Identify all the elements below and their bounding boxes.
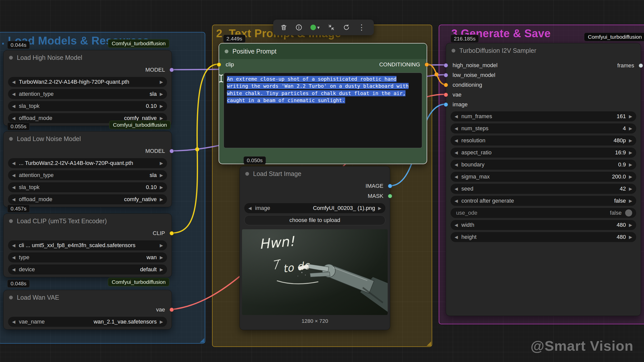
prev-arrow-icon[interactable]: ◀: [12, 173, 15, 178]
next-arrow-icon[interactable]: ▶: [629, 114, 632, 119]
widget-model-file[interactable]: ◀ ... TurboWan2.2-I2V-A14B-low-720P-quan…: [8, 158, 167, 168]
conditioning-input-port[interactable]: [444, 83, 448, 87]
next-arrow-icon[interactable]: ▶: [629, 235, 632, 240]
prev-arrow-icon[interactable]: ◀: [12, 161, 15, 166]
next-arrow-icon[interactable]: ▶: [629, 222, 632, 228]
info-icon[interactable]: [295, 24, 302, 31]
widget-offload-mode[interactable]: ◀ offload_mode comfy_native ▶: [8, 194, 167, 204]
widget-attention-type[interactable]: ◀ attention_type sla ▶: [8, 170, 167, 180]
node-graph-canvas[interactable]: . Load Models & Resources 2. Text Prompt…: [0, 0, 644, 362]
widget-control-after-generate[interactable]: ◀ control after generate false ▶: [451, 196, 636, 206]
image-input-port[interactable]: [444, 102, 448, 107]
next-arrow-icon[interactable]: ▶: [629, 162, 632, 167]
node-load-high-noise-model[interactable]: Load High Noise Model MODEL ◀ TurboWan2.…: [3, 50, 172, 126]
prev-arrow-icon[interactable]: ◀: [455, 150, 458, 155]
widget-num-frames[interactable]: ◀ num_frames 161 ▶: [451, 111, 636, 121]
next-arrow-icon[interactable]: ▶: [629, 126, 632, 131]
widget-sla-topk[interactable]: ◀ sla_topk 0.10 ▶: [8, 182, 167, 192]
widget-width[interactable]: ◀ width 480 ▶: [451, 220, 636, 230]
status-dot[interactable]: ▾: [310, 25, 320, 30]
prev-arrow-icon[interactable]: ◀: [12, 319, 15, 325]
node-load-clip[interactable]: Load CLIP (umT5 Text Encoder) CLIP ◀ cli…: [3, 213, 172, 277]
collapse-dot-icon[interactable]: [9, 296, 13, 299]
vae-input-port[interactable]: [444, 93, 448, 97]
widget-sla-topk[interactable]: ◀ sla_topk 0.10 ▶: [8, 101, 167, 111]
trash-icon[interactable]: [280, 24, 287, 31]
prev-arrow-icon[interactable]: ◀: [455, 222, 458, 228]
next-arrow-icon[interactable]: ▶: [160, 185, 163, 190]
group-resize-handle[interactable]: [200, 338, 204, 343]
widget-attention-type[interactable]: ◀ attention_type sla ▶: [8, 89, 167, 99]
collapse-dot-icon[interactable]: [9, 56, 13, 60]
prev-arrow-icon[interactable]: ◀: [12, 104, 15, 109]
node-load-low-noise-model[interactable]: Load Low Noise Model MODEL ◀ ... TurboWa…: [3, 131, 172, 207]
model-output-port[interactable]: [170, 68, 174, 72]
vae-output-port[interactable]: [170, 308, 174, 312]
prev-arrow-icon[interactable]: ◀: [455, 114, 458, 119]
next-arrow-icon[interactable]: ▶: [160, 243, 163, 248]
widget-type[interactable]: ◀ type wan ▶: [8, 252, 167, 262]
collapse-dot-icon[interactable]: [245, 172, 249, 176]
frames-output-port[interactable]: [639, 63, 643, 68]
prev-arrow-icon[interactable]: ◀: [455, 174, 458, 179]
next-arrow-icon[interactable]: ▶: [629, 138, 632, 143]
prev-arrow-icon[interactable]: ◀: [455, 198, 458, 204]
node-header[interactable]: Positive Prompt: [219, 43, 427, 59]
widget-image-file[interactable]: ◀ image ComfyUI_00203_ (1).png ▶: [244, 203, 385, 213]
prev-arrow-icon[interactable]: ◀: [455, 126, 458, 131]
node-header[interactable]: Load Low Noise Model: [4, 131, 172, 146]
high-noise-model-input-port[interactable]: [444, 63, 448, 67]
conditioning-output-port[interactable]: [425, 63, 429, 67]
widget-aspect-ratio[interactable]: ◀ aspect_ratio 16:9 ▶: [451, 148, 636, 158]
next-arrow-icon[interactable]: ▶: [160, 104, 163, 109]
image-preview[interactable]: Hwn! to do: [242, 229, 388, 315]
image-output-port[interactable]: [388, 184, 392, 188]
next-arrow-icon[interactable]: ▶: [629, 198, 632, 204]
next-arrow-icon[interactable]: ▶: [160, 197, 163, 202]
widget-clip-file[interactable]: ◀ cli ... umt5_xxl_fp8_e4m3fn_scaled.saf…: [8, 240, 167, 250]
prev-arrow-icon[interactable]: ◀: [455, 138, 458, 143]
node-load-start-image[interactable]: Load Start Image IMAGE MASK ◀ image Comf…: [239, 166, 390, 330]
widget-sigma-max[interactable]: ◀ sigma_max 200.0 ▶: [451, 172, 636, 182]
toggle-knob[interactable]: [625, 209, 632, 216]
prev-arrow-icon[interactable]: ◀: [12, 92, 15, 97]
next-arrow-icon[interactable]: ▶: [378, 206, 381, 211]
collapse-icon[interactable]: [328, 24, 335, 31]
node-header[interactable]: Load Start Image: [240, 166, 390, 181]
collapse-dot-icon[interactable]: [9, 137, 13, 141]
widget-device[interactable]: ◀ device default ▶: [8, 264, 167, 275]
clip-input-port[interactable]: [217, 63, 221, 67]
widget-use-ode-toggle[interactable]: use_ode false: [451, 208, 636, 218]
widget-model-file[interactable]: ◀ TurboWan2.2-I2V-A14B-high-720P-quant.p…: [8, 77, 167, 87]
node-header[interactable]: Load High Noise Model: [4, 50, 172, 65]
node-load-wan-vae[interactable]: Load Wan VAE vae ◀ vae_name wan_2.1_vae.…: [3, 290, 172, 330]
low-noise-model-input-port[interactable]: [444, 73, 448, 77]
next-arrow-icon[interactable]: ▶: [160, 173, 163, 178]
more-icon[interactable]: ⋮: [358, 24, 366, 31]
choose-file-button[interactable]: choose file to upload: [244, 215, 385, 225]
mask-output-port[interactable]: [388, 194, 392, 198]
prev-arrow-icon[interactable]: ◀: [455, 235, 458, 240]
prev-arrow-icon[interactable]: ◀: [455, 162, 458, 167]
next-arrow-icon[interactable]: ▶: [160, 319, 163, 325]
next-arrow-icon[interactable]: ▶: [160, 92, 163, 97]
next-arrow-icon[interactable]: ▶: [160, 267, 163, 272]
node-header[interactable]: TurboDiffusion I2V Sampler: [446, 43, 641, 58]
next-arrow-icon[interactable]: ▶: [160, 161, 163, 166]
prev-arrow-icon[interactable]: ◀: [12, 185, 15, 190]
node-toolbar[interactable]: ▾ ⋮: [273, 20, 374, 35]
next-arrow-icon[interactable]: ▶: [160, 255, 163, 260]
clip-output-port[interactable]: [170, 231, 174, 236]
prev-arrow-icon[interactable]: ◀: [248, 206, 252, 211]
collapse-dot-icon[interactable]: [452, 49, 455, 53]
next-arrow-icon[interactable]: ▶: [160, 79, 163, 85]
next-arrow-icon[interactable]: ▶: [629, 186, 632, 192]
prev-arrow-icon[interactable]: ◀: [12, 116, 15, 121]
next-arrow-icon[interactable]: ▶: [629, 150, 632, 155]
next-arrow-icon[interactable]: ▶: [160, 116, 163, 121]
node-turbodiffusion-sampler[interactable]: TurboDiffusion I2V Sampler high_noise_mo…: [446, 43, 641, 316]
collapse-dot-icon[interactable]: [9, 219, 13, 223]
widget-vae-name[interactable]: ◀ vae_name wan_2.1_vae.safetensors ▶: [8, 317, 167, 327]
model-output-port[interactable]: [170, 149, 174, 153]
prev-arrow-icon[interactable]: ◀: [12, 197, 15, 202]
